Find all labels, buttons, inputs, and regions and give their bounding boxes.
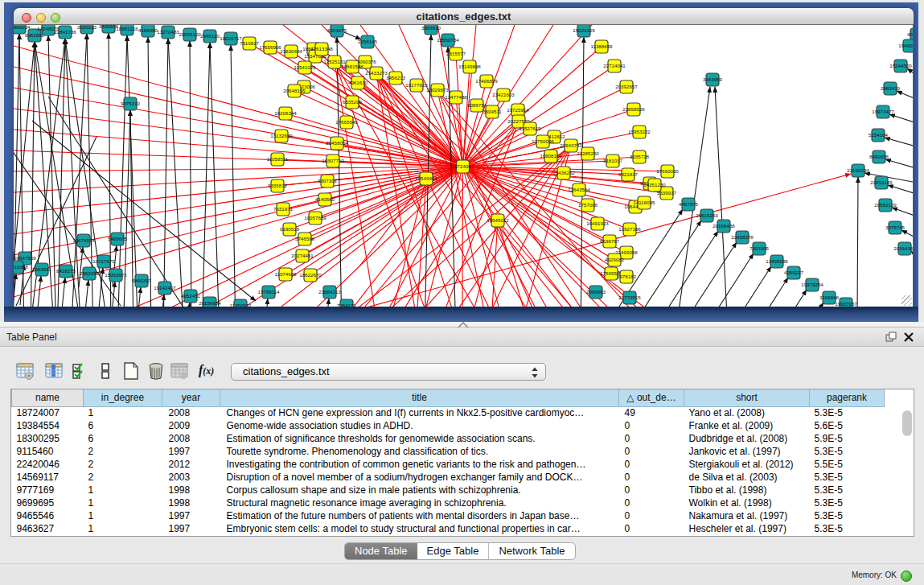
svg-text:4269227: 4269227 [784,270,804,275]
svg-text:22053165: 22053165 [870,179,893,185]
svg-text:8490656: 8490656 [869,154,889,159]
svg-text:20515263: 20515263 [696,212,718,218]
svg-text:20555120: 20555120 [179,31,201,37]
svg-text:22160294: 22160294 [847,167,869,173]
svg-text:16491923: 16491923 [586,220,609,226]
svg-text:23830434: 23830434 [280,48,302,54]
svg-text:11388699: 11388699 [590,43,613,49]
svg-text:4961630: 4961630 [348,80,368,85]
svg-text:1757086: 1757086 [578,202,598,208]
svg-text:2563055: 2563055 [80,270,100,276]
svg-text:14118095: 14118095 [633,200,655,205]
svg-text:16908100: 16908100 [540,153,562,159]
svg-text:20648195: 20648195 [283,88,306,93]
svg-text:11527619: 11527619 [519,126,541,131]
svg-text:3035728: 3035728 [630,154,650,159]
svg-text:22714041: 22714041 [603,63,626,68]
svg-text:15550734: 15550734 [437,37,459,43]
svg-text:2999883: 2999883 [586,289,606,295]
svg-text:14351230: 14351230 [643,182,666,187]
svg-text:23884213: 23884213 [318,289,341,295]
svg-text:15149848: 15149848 [458,64,481,69]
svg-text:4952451: 4952451 [181,293,201,299]
svg-text:8204075: 8204075 [327,27,347,33]
svg-text:3883910: 3883910 [421,25,441,31]
svg-text:17660000: 17660000 [656,168,679,174]
svg-text:18981216: 18981216 [116,26,138,31]
svg-text:2663941: 2663941 [32,266,52,272]
svg-text:7303905: 7303905 [749,245,770,251]
svg-text:2946120: 2946120 [200,33,220,39]
svg-text:20943743: 20943743 [560,142,582,148]
svg-text:7031971: 7031971 [273,206,294,212]
svg-text:20458054: 20458054 [326,140,348,146]
svg-text:18724007: 18724007 [452,163,474,169]
svg-text:20274461: 20274461 [291,253,314,258]
svg-text:10057659: 10057659 [304,215,326,220]
svg-text:19678574: 19678574 [72,237,95,243]
svg-text:18177615: 18177615 [405,82,428,88]
svg-text:12750036: 12750036 [532,138,554,144]
svg-text:19937057: 19937057 [835,301,857,307]
svg-text:3181037: 3181037 [603,158,623,163]
svg-text:7910827: 7910827 [240,40,260,46]
svg-text:13132690: 13132690 [270,133,293,138]
svg-text:20647509: 20647509 [14,255,36,261]
svg-text:20166438: 20166438 [713,223,735,229]
svg-text:2315577: 2315577 [446,51,466,56]
svg-text:4140560: 4140560 [315,196,335,202]
svg-text:19725914: 19725914 [507,107,529,113]
svg-text:19142407: 19142407 [154,285,176,290]
svg-text:20156684: 20156684 [199,300,221,306]
svg-text:23421603: 23421603 [492,92,515,97]
svg-text:3343959: 3343959 [703,76,723,82]
svg-text:4158480: 4158480 [138,27,158,33]
svg-text:11541029: 11541029 [294,64,316,70]
svg-text:9190519: 9190519 [280,226,300,232]
svg-text:10549441: 10549441 [415,175,437,181]
svg-text:3307301: 3307301 [318,178,338,183]
svg-text:22438378: 22438378 [731,234,754,240]
svg-text:15244500: 15244500 [889,63,912,68]
svg-text:4043823: 4043823 [907,31,913,37]
svg-text:3075745: 3075745 [885,225,906,230]
svg-text:15063972: 15063972 [105,272,127,278]
svg-text:17665640: 17665640 [335,119,358,125]
svg-text:11074688: 11074688 [274,271,297,277]
svg-text:12643564: 12643564 [568,187,590,192]
svg-text:2258145: 2258145 [358,39,378,44]
svg-text:15029873: 15029873 [426,87,449,93]
svg-text:17656906: 17656906 [259,44,281,50]
svg-text:23436262: 23436262 [552,170,575,175]
svg-text:23858526: 23858526 [622,106,645,112]
svg-text:18622670: 18622670 [299,272,322,278]
svg-text:3456213: 3456213 [386,75,406,80]
svg-text:2978182: 2978182 [617,274,637,279]
svg-text:2620223: 2620223 [77,25,97,30]
svg-text:13495588: 13495588 [766,258,788,264]
svg-text:15031529: 15031529 [573,27,595,33]
svg-text:6099754: 6099754 [467,102,487,108]
svg-text:14310388: 14310388 [14,264,28,270]
svg-text:17406879: 17406879 [475,78,498,84]
svg-text:20364361: 20364361 [893,245,913,251]
svg-text:22841736: 22841736 [54,29,76,35]
svg-text:21770515: 21770515 [618,295,641,300]
svg-text:21433273: 21433273 [365,70,388,76]
svg-text:3106848: 3106848 [819,295,840,300]
svg-text:20392657: 20392657 [615,84,638,89]
svg-text:20562129: 20562129 [874,202,897,208]
svg-text:13945012: 13945012 [487,217,509,223]
svg-text:8418275: 8418275 [56,268,76,274]
svg-text:19379254: 19379254 [801,282,823,287]
svg-text:16307710: 16307710 [322,158,344,163]
svg-text:23285250: 23285250 [577,150,599,156]
svg-text:12927396: 12927396 [618,226,641,232]
svg-text:8321837: 8321837 [618,171,639,177]
svg-text:9335812: 9335812 [268,183,288,188]
svg-text:11058511: 11058511 [267,156,289,162]
svg-text:15953222: 15953222 [628,129,651,134]
svg-text:6638767: 6638767 [600,238,620,244]
svg-text:19490077: 19490077 [898,43,913,48]
svg-text:5468605: 5468605 [108,236,128,241]
